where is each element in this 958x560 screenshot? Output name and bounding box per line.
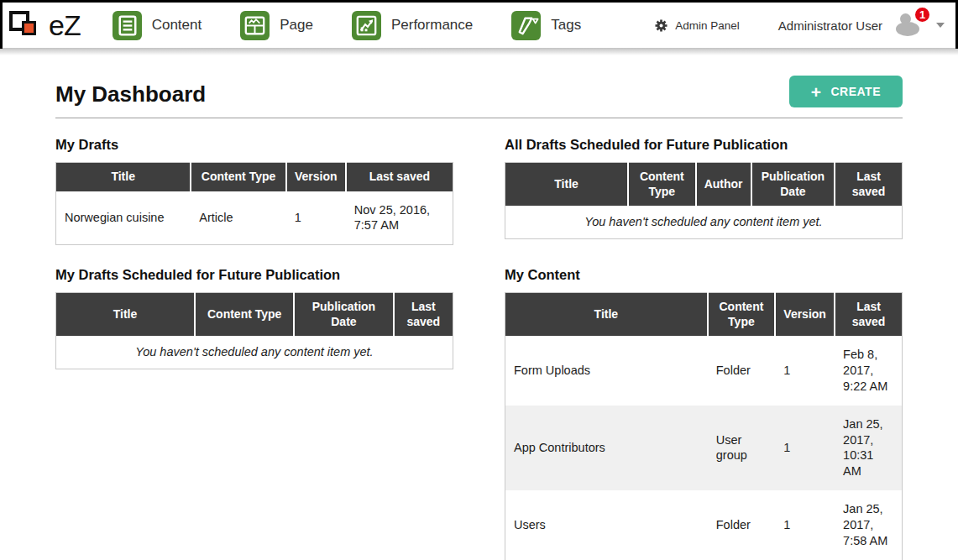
column-header: Publication Date: [294, 293, 393, 337]
content-icon: [113, 11, 142, 40]
empty-message: You haven't scheduled any content item y…: [505, 206, 903, 238]
gear-icon: [655, 19, 667, 32]
data-table: TitleContent TypeVersionLast savedForm U…: [505, 292, 903, 560]
table-cell: App Contributors: [505, 406, 708, 490]
logo-orange-square: [22, 21, 36, 35]
nav-label-tags: Tags: [551, 17, 581, 34]
table-cell: Form Uploads: [505, 336, 708, 406]
notification-badge[interactable]: 1: [914, 6, 931, 24]
column-header: Last saved: [835, 293, 902, 337]
data-table: TitleContent TypeVersionLast savedNorweg…: [55, 162, 453, 245]
main-nav: Content Page: [113, 11, 582, 40]
table-row[interactable]: Norwegian cuisineArticle1Nov 25, 2016, 7…: [56, 191, 453, 245]
my-drafts-scheduled-table: TitleContent TypePublication DateLast sa…: [55, 292, 453, 369]
my-content-table: TitleContent TypeVersionLast savedForm U…: [505, 292, 903, 560]
section-all-drafts-scheduled: All Drafts Scheduled for Future Publicat…: [505, 137, 903, 245]
section-title-my-drafts-scheduled: My Drafts Scheduled for Future Publicati…: [55, 267, 453, 283]
column-header: Last saved: [394, 293, 453, 337]
user-name: Administrator User: [778, 18, 882, 33]
data-table: TitleContent TypePublication DateLast sa…: [55, 292, 453, 369]
column-header: Version: [775, 293, 835, 337]
page-icon: [240, 11, 270, 40]
column-header: Title: [505, 163, 629, 207]
ez-logo-text: eZ: [49, 9, 81, 42]
table-row[interactable]: UsersFolder1Jan 25, 2017, 7:58 AM: [505, 490, 903, 560]
nav-label-page: Page: [280, 17, 313, 34]
column-header: Title: [505, 293, 708, 337]
table-header-row: TitleContent TypeVersionLast saved: [505, 293, 903, 337]
column-header: Title: [56, 163, 191, 191]
screen-edge-left: [0, 0, 3, 49]
section-title-my-content: My Content: [505, 267, 903, 283]
table-header-row: TitleContent TypeVersionLast saved: [56, 163, 453, 191]
top-navbar: eZ Content Pag: [0, 0, 958, 48]
table-cell: Jan 25, 2017, 10:31 AM: [835, 406, 902, 490]
table-header-row: TitleContent TypePublication DateLast sa…: [56, 293, 453, 337]
data-table: TitleContent TypeAuthorPublication DateL…: [505, 162, 903, 239]
table-cell: Norwegian cuisine: [56, 191, 191, 245]
column-header: Last saved: [835, 163, 902, 207]
table-cell: Folder: [708, 336, 775, 406]
chevron-down-icon: [936, 23, 945, 28]
section-title-all-drafts-scheduled: All Drafts Scheduled for Future Publicat…: [505, 137, 903, 153]
column-header: Last saved: [346, 163, 453, 191]
section-my-drafts: My Drafts TitleContent TypeVersionLast s…: [55, 137, 453, 245]
section-my-content: My Content TitleContent TypeVersionLast …: [505, 267, 903, 560]
table-cell: Feb 8, 2017, 9:22 AM: [835, 336, 902, 406]
all-drafts-scheduled-table: TitleContent TypeAuthorPublication DateL…: [505, 162, 903, 239]
nav-label-content: Content: [152, 17, 202, 34]
navbar-shadow: [0, 48, 958, 55]
table-row[interactable]: App ContributorsUser group1Jan 25, 2017,…: [505, 406, 903, 490]
admin-panel-label: Admin Panel: [675, 19, 740, 32]
section-title-my-drafts: My Drafts: [55, 137, 453, 153]
table-cell: Users: [505, 490, 708, 560]
ez-logo-icon: [8, 8, 45, 43]
column-header: Title: [56, 293, 196, 337]
empty-row: You haven't scheduled any content item y…: [56, 336, 453, 369]
table-header-row: TitleContent TypeAuthorPublication DateL…: [505, 163, 903, 207]
empty-row: You haven't scheduled any content item y…: [505, 206, 903, 238]
table-cell: 1: [775, 490, 835, 560]
section-my-drafts-scheduled: My Drafts Scheduled for Future Publicati…: [55, 267, 453, 560]
create-button[interactable]: + CREATE: [789, 76, 903, 107]
table-cell: Nov 25, 2016, 7:57 AM: [346, 191, 453, 245]
nav-item-performance[interactable]: Performance: [352, 11, 473, 40]
nav-item-page[interactable]: Page: [240, 11, 313, 40]
performance-icon: [352, 11, 381, 40]
nav-item-tags[interactable]: Tags: [511, 11, 581, 40]
table-cell: 1: [286, 191, 346, 245]
column-header: Version: [286, 163, 346, 191]
ez-logo[interactable]: eZ: [8, 8, 81, 43]
table-cell: Folder: [708, 490, 775, 560]
column-header: Content Type: [628, 163, 695, 207]
nav-label-performance: Performance: [391, 17, 473, 34]
avatar-body: [896, 22, 919, 36]
plus-icon: +: [811, 83, 822, 101]
table-cell: 1: [775, 336, 835, 406]
admin-panel-button[interactable]: Admin Panel: [655, 19, 740, 32]
table-row[interactable]: Form UploadsFolder1Feb 8, 2017, 9:22 AM: [505, 336, 903, 406]
dashboard-grid: My Drafts TitleContent TypeVersionLast s…: [55, 137, 903, 560]
avatar: 1: [896, 13, 924, 37]
dashboard-main: My Dashboard + CREATE My Drafts TitleCon…: [0, 55, 958, 560]
page-title: My Dashboard: [55, 81, 206, 107]
column-header: Content Type: [708, 293, 775, 337]
user-menu[interactable]: Administrator User 1: [778, 13, 945, 37]
empty-message: You haven't scheduled any content item y…: [56, 336, 453, 369]
column-header: Author: [696, 163, 751, 207]
table-cell: 1: [775, 406, 835, 490]
column-header: Content Type: [195, 293, 294, 337]
column-header: Publication Date: [751, 163, 835, 207]
my-drafts-table: TitleContent TypeVersionLast savedNorweg…: [55, 162, 453, 245]
create-button-label: CREATE: [830, 85, 881, 98]
page-header: My Dashboard + CREATE: [55, 55, 903, 118]
nav-item-content[interactable]: Content: [113, 11, 202, 40]
table-cell: Article: [191, 191, 286, 245]
tags-icon: [511, 11, 541, 40]
column-header: Content Type: [191, 163, 286, 191]
table-cell: User group: [708, 406, 775, 490]
table-cell: Jan 25, 2017, 7:58 AM: [835, 490, 902, 560]
